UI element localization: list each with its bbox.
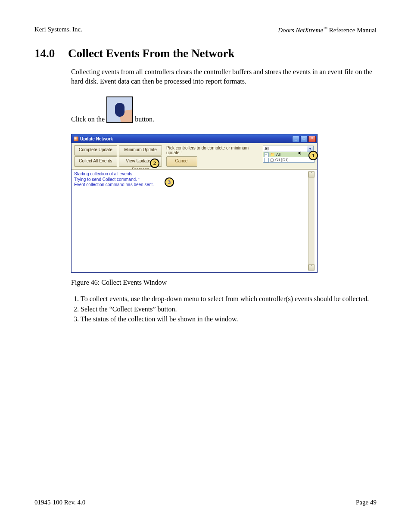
step-1: To collect events, use the drop-down men… bbox=[81, 294, 377, 304]
scroll-up-button[interactable]: ˄ bbox=[308, 171, 314, 177]
cursor-icon: ➤ bbox=[297, 150, 302, 156]
status-log-pane: Starting collection of all events. Tryin… bbox=[72, 169, 317, 272]
section-heading: 14.0Collect Events From the Network bbox=[34, 47, 377, 60]
doc-title: Doors NetXtreme™ Reference Manual bbox=[278, 26, 377, 34]
step-3: The status of the collection will be sho… bbox=[81, 314, 377, 324]
step-2: Select the “Collect Events” button. bbox=[81, 305, 377, 314]
window-app-icon bbox=[74, 137, 78, 141]
instruction-steps: To collect events, use the drop-down men… bbox=[71, 294, 377, 324]
company-name: Keri Systems, Inc. bbox=[34, 26, 82, 34]
maximize-button[interactable]: □ bbox=[300, 136, 308, 142]
scroll-down-button[interactable]: ˅ bbox=[308, 264, 314, 271]
doc-title-suffix: Reference Manual bbox=[327, 27, 377, 34]
controller-selector: All ▼ ✓ 📁 All ▢ C bbox=[263, 146, 314, 163]
click-text-before: Click on the bbox=[71, 115, 105, 123]
log-line-2: Trying to send Collect command. * bbox=[74, 177, 308, 183]
update-network-window: Update Network _ □ × Complete Update Min… bbox=[71, 134, 318, 273]
checkbox-all[interactable]: ✓ bbox=[264, 152, 269, 157]
folder-icon: 📁 bbox=[270, 152, 275, 157]
doc-number: 01945-100 Rev. 4.0 bbox=[34, 499, 85, 506]
controller-icon: ▢ bbox=[270, 158, 274, 162]
window-titlebar: Update Network _ □ × bbox=[72, 134, 317, 143]
trademark-symbol: ™ bbox=[323, 26, 327, 31]
minimum-update-button[interactable]: Minimum Update bbox=[119, 145, 162, 156]
doc-title-product: Doors NetXtreme bbox=[278, 27, 323, 34]
checkbox-c1[interactable] bbox=[264, 158, 269, 162]
dropdown-item-all-label: All bbox=[276, 152, 280, 157]
page-number: Page 49 bbox=[356, 499, 377, 506]
dropdown-item-all[interactable]: ✓ 📁 All bbox=[263, 152, 314, 157]
dropdown-item-c1[interactable]: ▢ C1 [C1] bbox=[263, 157, 314, 162]
complete-update-button[interactable]: Complete Update bbox=[74, 145, 117, 156]
close-button[interactable]: × bbox=[308, 136, 316, 142]
log-line-1: Starting collection of all events. bbox=[74, 171, 308, 177]
controller-dropdown[interactable]: All ▼ bbox=[263, 146, 314, 152]
section-number: 14.0 bbox=[34, 47, 68, 60]
section-title-text: Collect Events From the Network bbox=[68, 47, 234, 60]
mouse-button-icon bbox=[106, 96, 133, 123]
window-title: Update Network bbox=[80, 137, 113, 141]
cancel-button[interactable]: Cancel bbox=[166, 156, 197, 167]
log-scrollbar[interactable]: ˄ ˅ bbox=[308, 171, 314, 271]
figure-caption: Figure 46: Collect Events Window bbox=[71, 279, 377, 286]
collect-all-events-button[interactable]: Collect All Events bbox=[74, 156, 117, 167]
dropdown-selected-value: All bbox=[265, 146, 269, 151]
log-line-3: Event collection command has been sent. bbox=[74, 182, 308, 188]
dropdown-item-c1-label: C1 [C1] bbox=[275, 158, 289, 162]
callout-1: 1 bbox=[308, 151, 318, 160]
pick-controllers-label: Pick controllers to do complete or minim… bbox=[164, 146, 261, 155]
minimize-button[interactable]: _ bbox=[292, 136, 299, 142]
controller-dropdown-list: ✓ 📁 All ▢ C1 [C1] bbox=[263, 152, 314, 163]
section-intro: Collecting events from all controllers c… bbox=[71, 67, 377, 86]
click-text-after: button. bbox=[135, 115, 154, 123]
